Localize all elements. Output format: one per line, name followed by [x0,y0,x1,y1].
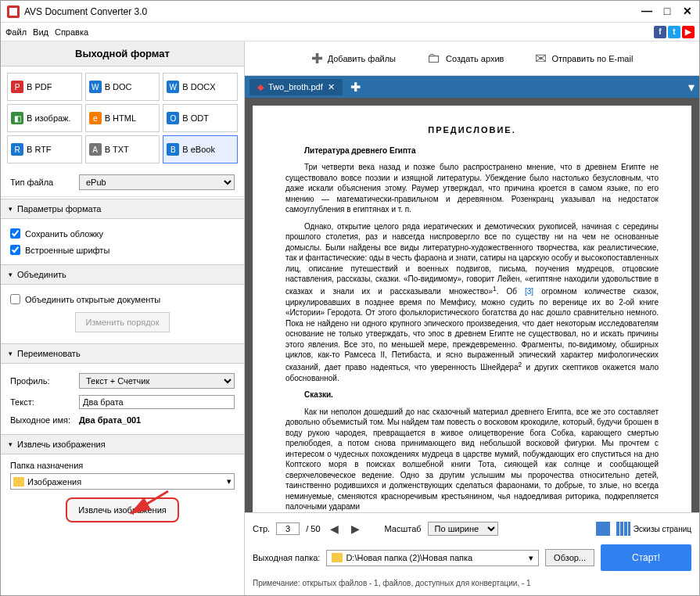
plus-icon: ✚ [311,50,323,67]
prev-page-button[interactable]: ◀ [327,521,342,537]
format-odt-button[interactable]: OВ ODT [163,104,238,132]
profile-select[interactable]: Текст + Счетчик [79,373,235,389]
maximize-button[interactable]: □ [662,6,673,17]
svg-rect-1 [9,8,17,16]
page-number-input[interactable] [276,522,300,535]
text-input[interactable] [79,395,235,409]
footnote-link[interactable]: [3] [525,287,533,296]
format-docx-button[interactable]: WВ DOCX [163,73,238,101]
start-button[interactable]: Старт! [601,544,691,571]
create-archive-button[interactable]: 🗀Создать архив [421,47,510,70]
cover-label: Сохранить обложку [25,229,103,239]
doc-icon: W [89,81,102,93]
facebook-icon[interactable]: f [654,26,666,38]
format-ebook-button[interactable]: BВ eBook [163,135,238,163]
output-format-header: Выходной формат [1,41,244,66]
youtube-icon[interactable]: ▶ [682,26,695,38]
output-folder-label: Выходная папка: [253,553,320,562]
menu-view[interactable]: Вид [33,27,48,37]
format-html-button[interactable]: eВ HTML [85,104,160,132]
archive-icon: 🗀 [427,50,441,66]
format-txt-button[interactable]: AВ TXT [85,135,160,163]
send-email-button[interactable]: ✉Отправить по E-mail [529,47,639,70]
folder-icon [13,477,24,486]
outname-value: Два брата_001 [79,415,141,425]
chevron-down-icon: ▾ [529,553,533,563]
window-title: AVS Document Converter 3.0 [24,6,641,17]
fonts-label: Встроенные шрифты [25,246,109,255]
ebook-icon: B [167,143,179,156]
thumbnails-button[interactable]: Эскизы страниц [616,522,691,536]
menubar: Файл Вид Справка f t ▶ [1,23,699,41]
profile-label: Профиль: [10,376,73,386]
merge-label: Объединить открытые документы [25,295,160,304]
html-icon: e [89,112,102,124]
twitter-icon[interactable]: t [668,26,680,38]
format-image-button[interactable]: ◧В изображ. [7,104,82,132]
print-icon [596,522,610,536]
filetype-label: Тип файла [10,178,73,187]
change-order-button[interactable]: Изменить порядок [75,312,169,332]
tab-close-icon[interactable]: ✕ [328,82,335,92]
page-total: / 50 [306,524,320,533]
minimize-button[interactable]: — [641,6,652,17]
tab-bar: ◆ Two_broth.pdf ✕ ✚ ▾ [245,76,699,98]
filetype-select[interactable]: ePub [79,174,235,190]
scale-select[interactable]: По ширине [428,522,498,536]
image-icon: ◧ [11,112,23,124]
merge-checkbox[interactable] [10,294,20,304]
right-panel: ✚Добавить файлы 🗀Создать архив ✉Отправит… [245,41,699,595]
format-rtf-button[interactable]: RВ RTF [7,135,82,163]
section-merge[interactable]: Объединить [1,264,244,285]
print-button[interactable] [596,522,610,536]
fonts-checkbox[interactable] [10,245,20,255]
email-icon: ✉ [535,50,547,67]
output-folder-input[interactable]: D:\Новая папка (2)\Новая папка ▾ [326,550,539,566]
next-page-button[interactable]: ▶ [348,521,363,537]
section-format-params[interactable]: Параметры формата [1,199,244,219]
section-extract[interactable]: Извлечь изображения [1,434,244,454]
note-text: Примечание: открытых файлов - 1, файлов,… [253,576,691,591]
document-tab[interactable]: ◆ Two_broth.pdf ✕ [249,79,343,95]
document-page: ПРЕДИСЛОВИЕ. Литература древнего Египта … [253,106,691,512]
add-files-button[interactable]: ✚Добавить файлы [305,47,402,70]
rtf-icon: R [11,143,23,156]
section-rename[interactable]: Переименовать [1,343,244,364]
chevron-down-icon: ▾ [227,476,232,486]
format-doc-button[interactable]: WВ DOC [85,73,160,101]
preview-area[interactable]: ПРЕДИСЛОВИЕ. Литература древнего Египта … [245,98,699,512]
tab-menu-button[interactable]: ▾ [688,80,695,95]
pdf-file-icon: ◆ [257,82,264,92]
add-tab-button[interactable]: ✚ [350,80,361,95]
page-title: ПРЕДИСЛОВИЕ. [285,124,659,136]
titlebar: AVS Document Converter 3.0 — □ ✕ [1,1,699,23]
format-pdf-button[interactable]: PВ PDF [7,73,82,101]
app-icon [7,5,20,18]
menu-help[interactable]: Справка [55,27,88,37]
dest-folder-label: Папка назначения [10,461,235,470]
extract-images-button[interactable]: Извлечь изображения [66,497,179,522]
docx-icon: W [167,81,179,93]
folder-icon [332,553,343,562]
txt-icon: A [89,143,102,156]
cover-checkbox[interactable] [10,228,20,239]
text-label: Текст: [10,397,73,407]
scale-label: Масштаб [385,524,422,533]
browse-button[interactable]: Обзор... [545,549,594,566]
grid-icon [616,522,630,536]
page-label: Стр. [253,524,270,533]
dest-folder-select[interactable]: Изображения ▾ [10,473,235,490]
pdf-icon: P [11,81,23,93]
close-button[interactable]: ✕ [682,6,693,17]
menu-file[interactable]: Файл [5,27,27,37]
odt-icon: O [167,112,179,124]
outname-label: Выходное имя: [10,415,73,425]
left-panel: Выходной формат PВ PDF WВ DOC WВ DOCX ◧В… [1,41,245,595]
